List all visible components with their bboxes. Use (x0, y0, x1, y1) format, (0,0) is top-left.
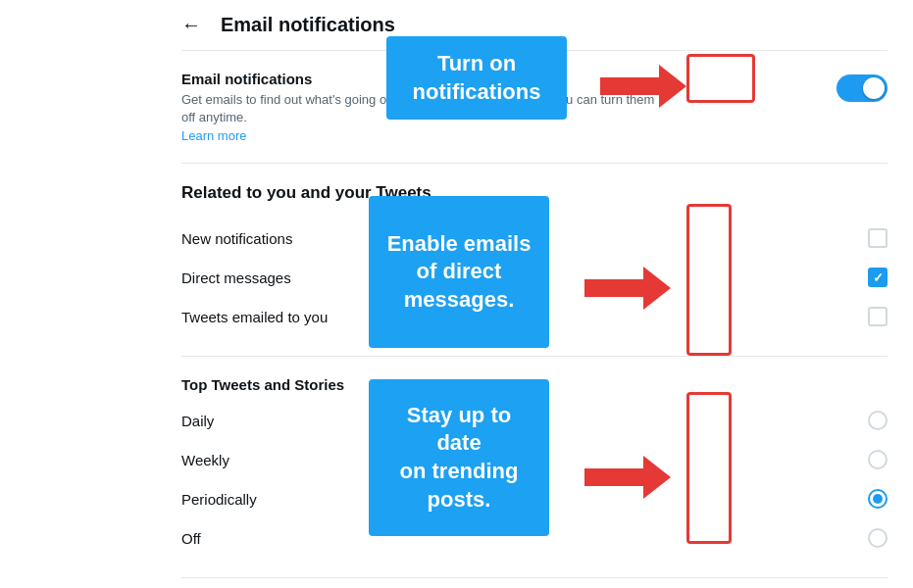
arrow-body-2 (584, 279, 643, 297)
direct-messages-checkbox[interactable] (868, 268, 888, 287)
turn-on-arrow (600, 65, 686, 108)
direct-messages-label: Direct messages (181, 270, 291, 286)
stay-up-date-arrow (584, 456, 671, 499)
tweets-emailed-checkbox[interactable] (868, 307, 888, 326)
off-label: Off (181, 530, 201, 547)
toggle-knob (863, 77, 885, 99)
back-button[interactable]: ← (181, 14, 201, 36)
periodically-radio[interactable] (868, 489, 888, 509)
new-notifications-label: New notifications (181, 230, 292, 247)
enable-emails-annotation: Enable emails of direct messages. (369, 196, 549, 348)
arrow-head-3 (643, 456, 671, 499)
new-notifications-checkbox[interactable] (868, 228, 888, 248)
periodically-label: Periodically (181, 491, 257, 508)
learn-more-link[interactable]: Learn more (181, 128, 246, 143)
off-radio[interactable] (868, 528, 888, 548)
enable-emails-arrow (584, 267, 671, 310)
stay-up-to-date-annotation: Stay up to date on trending posts. (369, 379, 549, 536)
weekly-radio[interactable] (868, 450, 888, 469)
arrow-body-1 (600, 77, 659, 95)
performance-section: Updates about the performance of your Tw… (181, 578, 888, 588)
tweets-emailed-label: Tweets emailed to you (181, 309, 328, 325)
arrow-body-3 (584, 468, 643, 486)
toggle-container (837, 74, 888, 102)
page-title: Email notifications (221, 14, 395, 36)
daily-radio[interactable] (868, 411, 888, 430)
weekly-label: Weekly (181, 452, 229, 468)
email-notifications-toggle[interactable] (837, 74, 888, 102)
daily-label: Daily (181, 413, 214, 429)
page-container: ← Email notifications Email notification… (0, 0, 913, 588)
turn-on-annotation: Turn on notifications (386, 36, 567, 120)
arrow-head-2 (643, 267, 671, 310)
arrow-head-1 (659, 65, 686, 108)
